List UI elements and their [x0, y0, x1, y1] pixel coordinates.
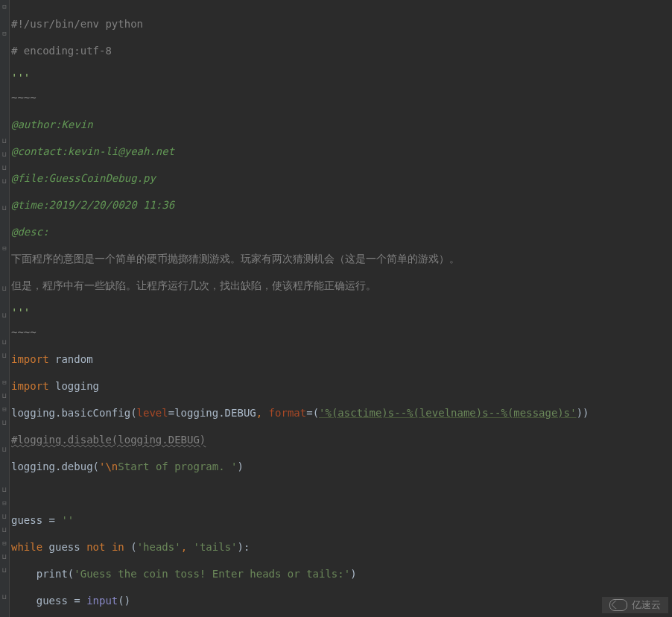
- paren: ): [350, 568, 356, 580]
- escape-seq: '\n: [99, 461, 118, 472]
- comma: ,: [181, 541, 187, 553]
- paren: )): [577, 407, 589, 419]
- fold-marker[interactable]: ⊟: [1, 31, 7, 37]
- paren: ):: [238, 541, 250, 553]
- fold-marker[interactable]: ⊟: [1, 540, 7, 546]
- fold-marker[interactable]: ⊔: [1, 487, 7, 493]
- fold-marker[interactable]: ⊔: [1, 312, 7, 318]
- fold-marker[interactable]: ⊔: [1, 205, 7, 211]
- string-literal: 'tails': [187, 541, 237, 553]
- code-text: print(: [11, 568, 74, 580]
- code-text: logging.DEBUG: [174, 407, 256, 419]
- code-text: logging.basicConfig(: [11, 407, 137, 419]
- string-literal: 'heads': [137, 541, 181, 553]
- fold-marker[interactable]: ⊟: [1, 500, 7, 506]
- docstring-time: @time:2019/2/20/0020 11:36: [11, 199, 174, 211]
- fold-marker[interactable]: ⊟: [1, 406, 7, 412]
- string-literal: 'Guess the coin toss! Enter heads or tai…: [74, 568, 350, 580]
- keyword-not: not: [86, 541, 105, 553]
- docstring-open: ''': [11, 72, 30, 83]
- watermark: 亿速云: [602, 597, 668, 613]
- string-literal: '%(asctime)s--%(levelname)s--%(message)s…: [319, 407, 577, 419]
- fold-marker[interactable]: ⊟: [1, 379, 7, 385]
- paren: ): [237, 461, 243, 472]
- docstring-close: ''': [11, 306, 30, 318]
- docstring-zh1: 下面程序的意图是一个简单的硬币抛掷猜测游戏。玩家有两次猜测机会（这是一个简单的游…: [11, 253, 460, 265]
- paren: (: [313, 407, 319, 419]
- docstring-desc: @desc:: [11, 226, 49, 238]
- fold-gutter: ⊟ ⊟ ⊔ ⊔ ⊔ ⊔ ⊔ ⊟ ⊔ ⊔ ⊔ ⊔ ⊟ ⊔ ⊟ ⊔ ⊔ ⊔ ⊟ ⊔ …: [0, 0, 10, 617]
- code-area[interactable]: #!/usr/bin/env python # encoding:utf-8 '…: [10, 0, 589, 617]
- disabled-comment: #logging.disable(logging.DEBUG): [11, 434, 206, 446]
- string-literal: '': [61, 514, 74, 526]
- keyword-import: import: [11, 353, 49, 365]
- docstring-contact: @contact:kevin-li@yeah.net: [11, 145, 174, 157]
- wavy: ~~~~: [11, 326, 37, 338]
- code-editor: ⊟ ⊟ ⊔ ⊔ ⊔ ⊔ ⊔ ⊟ ⊔ ⊔ ⊔ ⊔ ⊟ ⊔ ⊟ ⊔ ⊔ ⊔ ⊟ ⊔ …: [0, 0, 672, 617]
- cloud-icon: [609, 599, 627, 611]
- fold-marker[interactable]: ⊔: [1, 567, 7, 573]
- keyword-while: while: [11, 541, 42, 553]
- fold-marker[interactable]: ⊔: [1, 178, 7, 184]
- keyword-import: import: [11, 380, 49, 392]
- keyword-in: in: [105, 541, 124, 553]
- fold-marker[interactable]: ⊔: [1, 339, 7, 345]
- param-level: level: [137, 407, 168, 419]
- fold-marker[interactable]: ⊔: [1, 151, 7, 157]
- comma: ,: [256, 407, 262, 419]
- wavy: ~~~~: [11, 92, 37, 104]
- watermark-text: 亿速云: [632, 598, 661, 612]
- builtin-input: input: [86, 595, 118, 607]
- op: =: [168, 407, 174, 419]
- fold-marker[interactable]: ⊔: [1, 285, 7, 291]
- module-logging: logging: [49, 380, 99, 392]
- paren: (: [124, 541, 137, 553]
- fold-marker[interactable]: ⊔: [1, 393, 7, 399]
- fold-marker[interactable]: ⊔: [1, 138, 7, 144]
- docstring-author: @author:Kevin: [11, 118, 93, 130]
- fold-marker[interactable]: ⊔: [1, 165, 7, 171]
- code-text: guess =: [11, 514, 61, 526]
- module-random: random: [49, 353, 93, 365]
- code-text: guess =: [11, 595, 86, 607]
- fold-marker[interactable]: ⊟: [1, 245, 7, 251]
- code-text: guess: [42, 541, 86, 553]
- fold-marker[interactable]: ⊟: [1, 4, 7, 10]
- shebang-comment: #!/usr/bin/env python: [11, 18, 143, 30]
- paren: (): [118, 595, 130, 607]
- fold-marker[interactable]: ⊔: [1, 420, 7, 425]
- fold-marker[interactable]: ⊔: [1, 594, 7, 600]
- param-format: format: [262, 407, 306, 419]
- fold-marker[interactable]: ⊔: [1, 446, 7, 452]
- docstring-file: @file:GuessCoinDebug.py: [11, 172, 156, 184]
- docstring-zh2: 但是，程序中有一些缺陷。让程序运行几次，找出缺陷，使该程序能正确运行。: [11, 279, 376, 291]
- fold-marker[interactable]: ⊔: [1, 554, 7, 560]
- code-text: logging.debug(: [11, 461, 99, 472]
- encoding-comment: # encoding:utf-8: [11, 45, 112, 57]
- fold-marker[interactable]: ⊔: [1, 527, 7, 533]
- fold-marker[interactable]: ⊔: [1, 513, 7, 519]
- op: =: [306, 407, 312, 419]
- string-literal: Start of program. ': [118, 461, 237, 472]
- fold-marker[interactable]: ⊔: [1, 352, 7, 358]
